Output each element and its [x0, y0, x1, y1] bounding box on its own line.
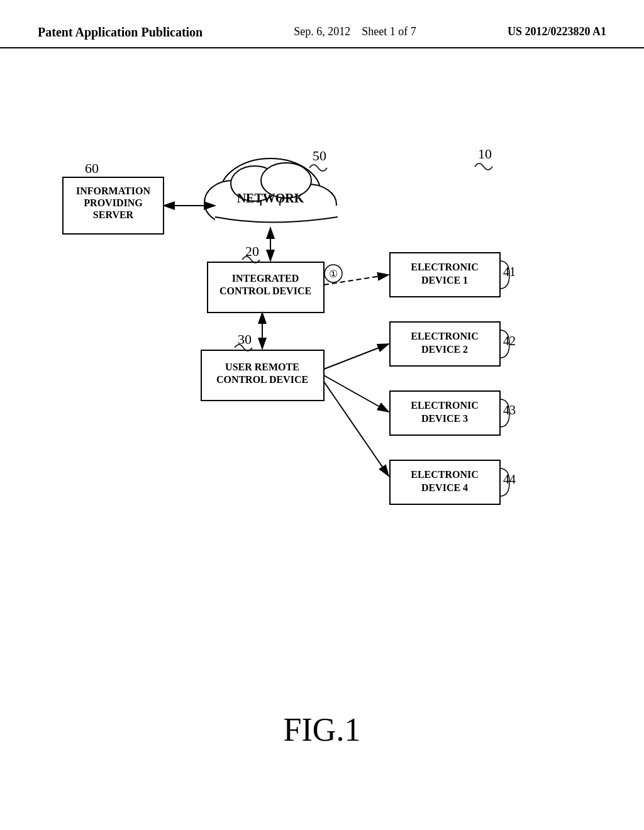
user-remote-label-1: USER REMOTE	[225, 362, 299, 372]
elec4-label-1: ELECTRONIC	[411, 469, 479, 480]
elec2-label-1: ELECTRONIC	[411, 331, 479, 341]
page-header: Patent Application Publication Sep. 6, 2…	[0, 0, 644, 48]
circle-label-1-text: ①	[329, 268, 338, 279]
ref-10-label: 10	[478, 146, 492, 162]
figure-label: FIG.1	[284, 711, 361, 748]
header-date-sheet: Sep. 6, 2012 Sheet 1 of 7	[294, 25, 416, 38]
svg-text:PROVIDING: PROVIDING	[84, 197, 143, 208]
elec3-label-2: DEVICE 3	[421, 413, 468, 424]
diagram-area: 10 NETWORK 50 INFORMATION PROVIDING SE	[0, 61, 644, 627]
patent-diagram: 10 NETWORK 50 INFORMATION PROVIDING SE	[0, 61, 644, 627]
integrated-label-2: CONTROL DEVICE	[219, 285, 311, 296]
elec2-label-2: DEVICE 2	[421, 344, 468, 355]
arrow-user-elec2	[324, 344, 389, 369]
integrated-label-1: INTEGRATED	[232, 273, 299, 284]
elec1-label-1: ELECTRONIC	[411, 262, 479, 272]
ref-60-label: 60	[85, 160, 99, 176]
elec3-label-1: ELECTRONIC	[411, 400, 479, 411]
user-remote-label-2: CONTROL DEVICE	[216, 374, 308, 385]
arrow-user-elec3	[324, 375, 389, 412]
elec4-label-2: DEVICE 4	[421, 482, 468, 493]
arrow-user-elec4	[324, 382, 389, 476]
network-label: NETWORK	[237, 191, 304, 205]
ref-50-label: 50	[313, 148, 326, 163]
info-server-label: INFORMATION	[76, 185, 150, 196]
svg-text:SERVER: SERVER	[93, 209, 134, 220]
patent-number: US 2012/0223820 A1	[508, 25, 606, 38]
publication-title: Patent Application Publication	[38, 25, 203, 40]
elec1-label-2: DEVICE 1	[421, 275, 468, 285]
